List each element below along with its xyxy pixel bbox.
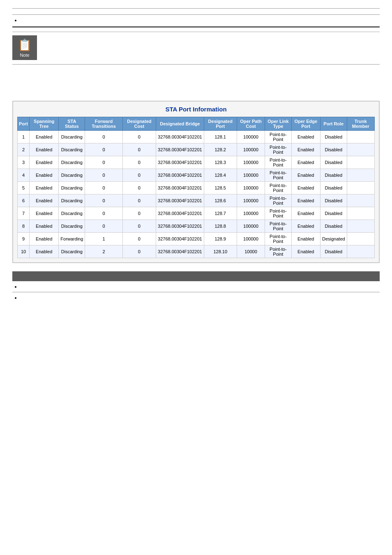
table-cell: 0 [85,169,122,182]
content-text-2 [12,75,380,81]
table-cell: 7 [18,207,30,220]
top-divider [12,14,380,15]
table-cell: 0 [85,156,122,169]
table-cell: 32768.00304F102201 [156,143,204,156]
table-cell: Discarding [59,194,85,207]
note-content-area [42,35,380,41]
bottom-divider [12,292,380,292]
table-cell: 8 [18,220,30,233]
table-header-row: Port Spanning Tree STA Status Forward Tr… [18,117,375,131]
table-cell: 128.7 [204,207,237,220]
table-cell: 128.10 [204,245,237,258]
table-cell: Discarding [59,156,85,169]
table-cell: 5 [18,182,30,194]
table-cell [347,194,374,207]
table-cell: 0 [122,182,156,194]
content-text-4 [12,87,380,92]
table-row: 6EnabledDiscarding0032768.00304F10220112… [18,194,375,207]
table-cell: 0 [122,156,156,169]
table-row: 4EnabledDiscarding0032768.00304F10220112… [18,169,375,182]
note-icon-image: 📋 [18,38,32,52]
table-cell: Point-to-Point [265,207,291,220]
table-cell: 32768.00304F102201 [156,233,204,245]
table-cell: Enabled [291,143,320,156]
table-cell: Disabled [320,182,347,194]
table-cell: Disabled [320,143,347,156]
table-cell: 100000 [237,169,265,182]
thick-divider-1 [12,26,380,28]
bottom-bullet-1 [21,284,380,289]
table-cell: 0 [122,220,156,233]
table-cell: 32768.00304F102201 [156,169,204,182]
bottom-header [12,271,380,281]
table-cell: Discarding [59,143,85,156]
bottom-bullet-list [21,284,380,289]
table-cell: Disabled [320,131,347,143]
table-cell [347,182,374,194]
table-cell: Disabled [320,156,347,169]
table-cell: Enabled [291,131,320,143]
col-port-role: Port Role [320,117,347,131]
table-cell: 6 [18,194,30,207]
table-cell: 32768.00304F102201 [156,220,204,233]
table-cell: Disabled [320,220,347,233]
table-cell: Point-to-Point [265,143,291,156]
table-cell: 0 [85,143,122,156]
table-cell: 100000 [237,233,265,245]
table-cell: Enabled [30,245,59,258]
table-cell: Enabled [291,182,320,194]
table-cell: 100000 [237,207,265,220]
table-cell [347,143,374,156]
table-row: 9EnabledForwarding1032768.00304F10220112… [18,233,375,245]
table-cell: 10 [18,245,30,258]
table-cell: 0 [122,245,156,258]
col-oper-link-type: Oper Link Type [265,117,291,131]
table-cell: 32768.00304F102201 [156,182,204,194]
note-section: 📋 Note [12,32,380,60]
col-sta-status: STA Status [59,117,85,131]
table-cell: 128.4 [204,169,237,182]
table-row: 10EnabledDiscarding2032768.00304F1022011… [18,245,375,258]
table-cell [347,169,374,182]
table-cell: Designated [320,233,347,245]
table-cell: Enabled [30,182,59,194]
table-cell: 0 [85,182,122,194]
table-cell: Point-to-Point [265,169,291,182]
table-row: 3EnabledDiscarding0032768.00304F10220112… [18,156,375,169]
table-cell: 32768.00304F102201 [156,207,204,220]
table-cell: Discarding [59,169,85,182]
table-cell: Point-to-Point [265,182,291,194]
table-cell: Disabled [320,207,347,220]
table-cell: 0 [122,194,156,207]
table-cell: Enabled [30,194,59,207]
table-cell: Discarding [59,131,85,143]
table-cell: 4 [18,169,30,182]
table-cell: Disabled [320,245,347,258]
table-cell: 128.5 [204,182,237,194]
col-trunk-member: Trunk Member [347,117,374,131]
table-cell: 2 [85,245,122,258]
table-cell [347,233,374,245]
table-cell: Discarding [59,182,85,194]
table-cell: 32768.00304F102201 [156,245,204,258]
col-designated-bridge: Designated Bridge [156,117,204,131]
table-row: 2EnabledDiscarding0032768.00304F10220112… [18,143,375,156]
table-cell: Point-to-Point [265,245,291,258]
top-section [12,8,380,23]
table-cell: Enabled [30,207,59,220]
table-cell [347,207,374,220]
table-cell: 128.8 [204,220,237,233]
table-cell: Point-to-Point [265,131,291,143]
table-cell [347,220,374,233]
note-label: Note [20,53,29,58]
content-text-3 [12,81,380,87]
table-cell: Enabled [291,207,320,220]
table-cell: 100000 [237,143,265,156]
col-oper-edge-port: Oper Edge Port [291,117,320,131]
table-title: STA Port Information [17,106,375,113]
table-cell: 0 [122,169,156,182]
table-cell: 1 [18,131,30,143]
col-forward-transitions: Forward Transitions [85,117,122,131]
table-cell: 128.6 [204,194,237,207]
col-oper-path-cost: Oper Path Cost [237,117,265,131]
